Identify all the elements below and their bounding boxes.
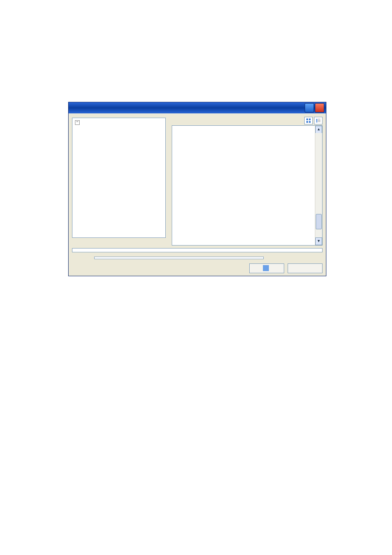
svg-rect-0	[306, 119, 308, 120]
name-input[interactable]	[94, 257, 264, 259]
svg-rect-9	[318, 121, 320, 122]
scroll-down-icon[interactable]: ▼	[315, 237, 322, 245]
dialog-titlebar[interactable]	[69, 102, 326, 113]
small-icons-view-button[interactable]	[314, 117, 323, 124]
template-description	[72, 248, 323, 252]
large-icons-view-button[interactable]	[304, 117, 313, 124]
svg-rect-7	[318, 120, 320, 121]
svg-rect-4	[316, 119, 317, 120]
code-block	[51, 43, 341, 59]
scroll-thumb[interactable]	[316, 214, 322, 229]
help-button[interactable]	[305, 103, 314, 113]
svg-rect-1	[309, 119, 311, 120]
scroll-up-icon[interactable]: ▲	[315, 126, 322, 133]
templates-list[interactable]: ▲ ▼	[172, 125, 323, 246]
svg-rect-6	[316, 120, 317, 121]
section-paragraph	[51, 76, 341, 89]
svg-rect-3	[309, 121, 311, 123]
svg-rect-8	[316, 121, 317, 122]
templates-scrollbar[interactable]: ▲ ▼	[315, 126, 322, 245]
add-new-item-dialog: −	[68, 102, 326, 276]
categories-tree[interactable]: −	[72, 118, 166, 238]
close-button[interactable]	[315, 103, 324, 113]
add-button[interactable]	[249, 263, 284, 273]
tree-collapse-icon[interactable]: −	[75, 120, 80, 125]
svg-rect-2	[306, 121, 308, 123]
cancel-button[interactable]	[288, 263, 323, 273]
svg-rect-5	[318, 119, 320, 119]
